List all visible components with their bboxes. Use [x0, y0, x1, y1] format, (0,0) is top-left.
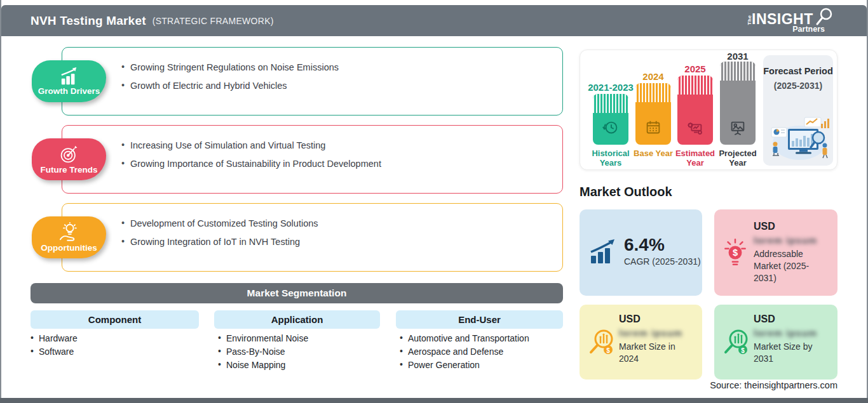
source-attribution: Source: theinsightpartners.com — [583, 380, 837, 390]
dollar-bulb-icon: $ — [722, 237, 749, 268]
target-icon — [58, 144, 80, 164]
calendar-icon — [644, 118, 663, 137]
segment-header-application: Application — [214, 310, 380, 329]
segment-item: Hardware — [31, 334, 78, 343]
badge-label: Growth Drivers — [38, 86, 100, 96]
timeline-year: 2031 — [709, 51, 766, 62]
timeline-bar-historical — [593, 94, 628, 145]
growth-drivers-badge: Growth Drivers — [32, 60, 106, 102]
timeline-year: 2025 — [667, 63, 724, 74]
masked-value: lorem ipsum — [619, 327, 696, 338]
forecast-title: Forecast Period — [763, 65, 833, 77]
clock-icon — [601, 118, 620, 137]
segment-list-component: Hardware Software — [31, 334, 78, 360]
market-size-2031-card: $ USD lorem ipsum Market Size by 2031 — [714, 305, 837, 380]
cagr-value: 6.4% — [624, 235, 701, 254]
masked-value: lorem ipsum — [754, 327, 831, 338]
segmentation-title-bar: Market Segmentation — [31, 283, 563, 303]
card-label: Market Size by 2031 — [754, 341, 831, 365]
currency-label: USD — [754, 314, 831, 325]
segment-list-application: Environmental Noise Pass-By-Noise Noise … — [218, 334, 308, 374]
timeline-label: Projected Year — [711, 149, 764, 168]
opportunity-item: Growing Integration of IoT in NVH Testin… — [121, 237, 556, 248]
segment-item: Environmental Noise — [218, 334, 308, 343]
forecast-illustration — [766, 111, 830, 162]
market-size-2024-card: $ USD lorem ipsum Market Size in 2024 — [580, 305, 702, 380]
badge-label: Future Trends — [40, 165, 97, 175]
segment-item: Aerospace and Defense — [400, 347, 529, 356]
magnifier-chart-icon: $ — [722, 327, 751, 357]
segment-header-enduser: End-User — [396, 310, 563, 329]
magnifier-chart-icon: $ — [587, 327, 616, 357]
market-outlook-title: Market Outlook — [580, 185, 672, 199]
svg-text:$: $ — [733, 248, 738, 258]
bottom-strip — [0, 398, 868, 403]
growth-driver-item: Growing Stringent Regulations on Noise E… — [121, 62, 556, 73]
addressable-market-card: $ USD lorem ipsum Addressable Market (20… — [714, 209, 837, 296]
currency-label: USD — [754, 221, 831, 232]
segment-list-enduser: Automotive and Transportation Aerospace … — [400, 334, 529, 374]
timeline-bar-projected — [720, 62, 756, 145]
timeline-card: 2021-2023 2024 2025 2031 — [580, 50, 837, 170]
future-trend-item: Increasing Use of Simulation and Virtual… — [121, 140, 556, 151]
svg-text:$: $ — [741, 347, 745, 354]
growth-chart-icon — [57, 67, 81, 86]
forecast-panel: Forecast Period (2025-2031) — [763, 55, 833, 166]
bulb-hand-icon — [57, 222, 81, 242]
header-bar: NVH Testing Market (STRATEGIC FRAMEWORK)… — [1, 5, 867, 36]
growth-chart-icon — [588, 238, 618, 265]
growth-driver-item: Growth of Electric and Hybrid Vehicles — [121, 81, 556, 91]
timeline-year: 2021-2023 — [582, 82, 639, 93]
timeline-bar-base — [635, 83, 671, 145]
segment-item: Pass-By-Noise — [218, 347, 308, 356]
opportunities-box: Development of Customized Testing Soluti… — [62, 203, 563, 272]
page-title: NVH Testing Market — [31, 14, 146, 28]
svg-text:$: $ — [606, 347, 610, 354]
opportunity-item: Development of Customized Testing Soluti… — [121, 218, 556, 229]
cagr-label: CAGR (2025-2031) — [624, 256, 701, 267]
growth-drivers-box: Growing Stringent Regulations on Noise E… — [62, 47, 563, 116]
masked-value: lorem ipsum — [754, 235, 831, 246]
currency-label: USD — [619, 314, 696, 325]
left-border — [0, 0, 1, 403]
segment-header-component: Component — [31, 310, 199, 329]
card-label: Market Size in 2024 — [619, 341, 696, 365]
segment-item: Software — [31, 347, 78, 356]
insight-partners-logo: The INSIGHT Partners — [747, 11, 830, 36]
segment-item: Noise Mapping — [218, 360, 308, 369]
page-subtitle: (STRATEGIC FRAMEWORK) — [153, 16, 274, 26]
future-trend-item: Growing Importance of Sustainability in … — [121, 159, 556, 169]
future-trends-box: Increasing Use of Simulation and Virtual… — [62, 125, 563, 194]
logo-partners: Partners — [792, 25, 825, 34]
card-label: Addressable Market (2025-2031) — [754, 248, 831, 284]
forecast-range: (2025-2031) — [763, 81, 833, 91]
presentation-icon — [728, 118, 747, 137]
cagr-card: 6.4% CAGR (2025-2031) — [580, 209, 702, 296]
segment-item: Power Generation — [400, 360, 529, 369]
opportunities-badge: Opportunities — [32, 216, 106, 258]
segment-item: Automotive and Transportation — [400, 334, 529, 343]
analysis-icon — [686, 118, 705, 137]
future-trends-badge: Future Trends — [32, 138, 106, 180]
badge-label: Opportunities — [41, 243, 97, 253]
infographic-root: NVH Testing Market (STRATEGIC FRAMEWORK)… — [0, 0, 868, 403]
timeline-bar-estimated — [677, 76, 713, 145]
